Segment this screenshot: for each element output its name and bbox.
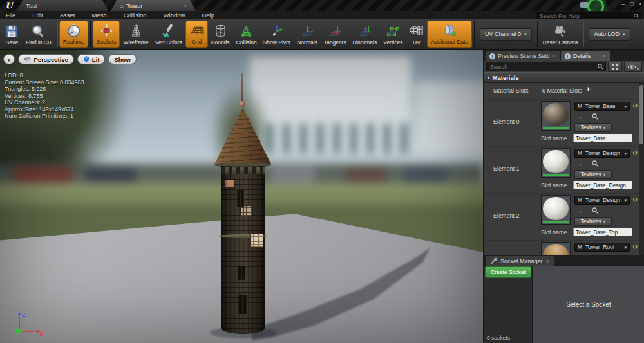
material-select-dropdown[interactable]: M_Tower_Roof <box>574 243 630 252</box>
menu-help[interactable]: Help <box>193 12 223 19</box>
chevron-down-icon <box>624 244 627 250</box>
binormals-toggle-button[interactable]: Binormals <box>349 21 380 48</box>
window-controls: – □ × <box>621 1 642 7</box>
sockets-toggle-button[interactable]: Sockets <box>93 21 120 48</box>
reset-to-default-icon[interactable] <box>632 244 638 250</box>
tab-details[interactable]: Details × <box>561 51 610 61</box>
add-material-slot-button[interactable]: + <box>586 86 591 93</box>
normals-toggle-button[interactable]: Normals <box>294 21 321 48</box>
viewport-3d[interactable]: Perspective Lit Show LOD: 0 Current Scre… <box>0 50 483 343</box>
material-thumbnail[interactable] <box>541 195 571 225</box>
show-dropdown[interactable]: Show <box>108 54 136 64</box>
property-matrix-button[interactable] <box>608 62 622 72</box>
browse-to-asset-icon[interactable] <box>592 113 598 120</box>
tab-label: Tower <box>126 2 142 9</box>
vertices-toggle-button[interactable]: Vertices <box>380 21 406 48</box>
materials-section-header[interactable]: ▾ Materials <box>484 72 644 83</box>
use-selected-asset-icon[interactable] <box>578 207 585 214</box>
textures-dropdown[interactable]: Textures <box>574 170 612 179</box>
close-tab-icon[interactable]: × <box>553 53 556 59</box>
tab-test[interactable]: Test <box>17 0 108 11</box>
reset-to-default-icon[interactable] <box>632 197 638 203</box>
tab-preview-scene-settings[interactable]: Preview Scene Setti × <box>486 51 560 61</box>
show-pivot-toggle-button[interactable]: Show Pivot <box>260 21 294 48</box>
close-tab-icon[interactable]: × <box>546 258 549 264</box>
details-scrollbar-track[interactable] <box>639 83 644 255</box>
menu-file[interactable]: File <box>0 12 24 19</box>
mesh-stats-overlay: LOD: 0 Current Screen Size: 0.834963 Tri… <box>5 72 84 120</box>
uv-toggle-button[interactable]: UV <box>406 21 427 48</box>
material-sphere-preview <box>543 197 569 220</box>
menu-window[interactable]: Window <box>155 12 194 19</box>
create-socket-button[interactable]: Create Socket <box>485 266 531 278</box>
use-selected-asset-icon[interactable] <box>578 160 585 167</box>
details-search-input[interactable] <box>489 63 598 71</box>
viewport-toolbar: Perspective Lit Show <box>3 54 137 64</box>
camera-icon <box>553 24 568 39</box>
textures-dropdown[interactable]: Textures <box>574 123 612 132</box>
pivot-axes-icon <box>269 24 284 39</box>
stat-screen-size: Current Screen Size: 0.834963 <box>5 79 84 86</box>
reset-to-default-icon[interactable] <box>632 103 638 109</box>
collision-cone-icon <box>239 24 254 39</box>
collision-toggle-button[interactable]: Collision <box>233 21 260 48</box>
material-select-dropdown[interactable]: M_Tower_Design <box>574 149 630 158</box>
viewport-options-dropdown[interactable] <box>3 54 15 64</box>
slot-name-label: Slot name <box>541 182 567 189</box>
display-filter-button[interactable] <box>624 62 642 72</box>
material-actions <box>578 206 598 215</box>
perspective-dropdown[interactable]: Perspective <box>18 54 74 64</box>
material-thumbnail[interactable] <box>541 101 571 131</box>
slot-name-input[interactable] <box>573 228 632 236</box>
menu-collision[interactable]: Collision <box>115 12 155 19</box>
browse-to-asset-icon[interactable] <box>592 160 598 167</box>
lit-mode-dropdown[interactable]: Lit <box>77 54 106 64</box>
textures-dropdown[interactable]: Textures <box>574 217 612 226</box>
save-button[interactable]: Save <box>1 21 23 48</box>
stat-lod: LOD: 0 <box>5 72 84 79</box>
tangents-toggle-button[interactable]: Tangents <box>321 21 350 48</box>
find-in-cb-button[interactable]: Find in CB <box>23 21 55 48</box>
realtime-toggle-button[interactable]: Realtime <box>59 21 89 48</box>
socket-manager-tab-strip: Socket Manager × <box>484 255 644 266</box>
reset-to-default-icon[interactable] <box>632 150 638 156</box>
material-thumbnail[interactable] <box>541 148 571 178</box>
use-selected-asset-icon[interactable] <box>578 113 585 120</box>
menu-mesh[interactable]: Mesh <box>83 12 115 19</box>
wireframe-pawn-icon <box>129 24 144 39</box>
grid-toggle-button[interactable]: Grid <box>185 21 208 48</box>
material-slots-count: 6 Material Slots <box>542 88 582 94</box>
menu-asset[interactable]: Asset <box>52 12 84 19</box>
menu-edit[interactable]: Edit <box>24 12 51 19</box>
vert-colors-toggle-button[interactable]: Vert Colors <box>152 21 185 48</box>
uv-channel-dropdown[interactable]: UV Channel 0 <box>480 28 532 41</box>
slot-name-input[interactable] <box>573 181 632 189</box>
details-search-row <box>484 61 644 72</box>
select-socket-placeholder: Select a Socket <box>566 301 611 308</box>
chevron-down-icon <box>603 218 606 225</box>
material-thumbnail[interactable] <box>541 242 571 255</box>
auto-lod-dropdown[interactable]: Auto LOD <box>589 28 630 41</box>
additional-data-icon <box>442 23 457 38</box>
bounds-toggle-button[interactable]: Bounds <box>208 21 233 48</box>
tab-tower[interactable]: ⌂ Tower × <box>111 0 196 11</box>
maximize-button[interactable]: □ <box>630 1 633 7</box>
tower-arrow-slit <box>238 295 247 314</box>
stat-collision-primitives: Num Collision Primitives: 1 <box>5 113 84 120</box>
material-select-dropdown[interactable]: M_Tower_Design <box>574 196 630 205</box>
wireframe-toggle-button[interactable]: Wireframe <box>120 21 151 48</box>
tab-socket-manager[interactable]: Socket Manager × <box>486 256 554 266</box>
expand-arrow-icon: ▾ <box>488 75 490 80</box>
close-button[interactable]: × <box>639 1 642 7</box>
slot-name-input[interactable] <box>573 134 632 142</box>
details-scrollbar-thumb[interactable] <box>639 85 643 144</box>
additional-data-toggle-button[interactable]: Additional Data <box>427 21 472 48</box>
material-select-dropdown[interactable]: M_Tower_Base <box>574 102 630 111</box>
close-tab-icon[interactable]: × <box>184 3 187 9</box>
browse-to-asset-icon[interactable] <box>592 207 598 214</box>
details-search-box <box>486 62 606 71</box>
toolbar-separator <box>474 21 475 47</box>
reset-camera-button[interactable]: Reset Camera <box>540 21 582 48</box>
close-tab-icon[interactable]: × <box>602 53 605 59</box>
minimize-button[interactable]: – <box>621 1 625 7</box>
